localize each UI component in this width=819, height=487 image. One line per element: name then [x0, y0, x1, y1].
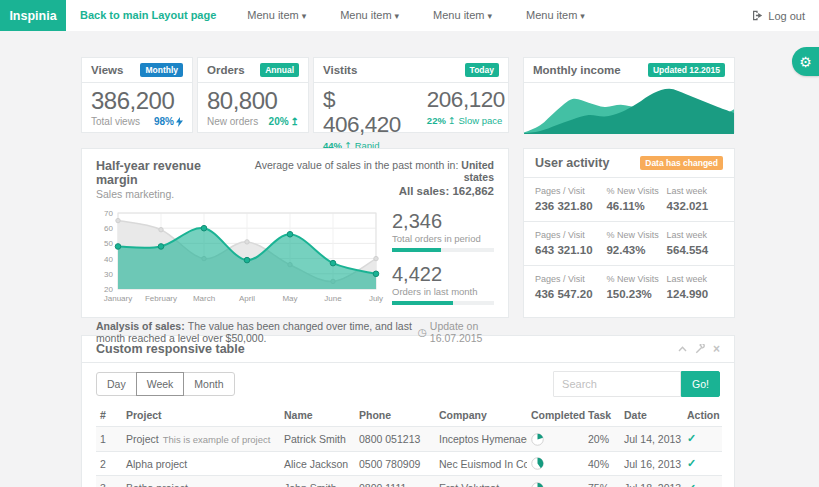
- activity-cell: % New Visits92.43%: [606, 230, 666, 256]
- filter-week-button[interactable]: Week: [136, 372, 185, 396]
- svg-text:50: 50: [104, 239, 113, 248]
- svg-text:70: 70: [104, 209, 113, 218]
- chevron-down-icon: ▾: [302, 11, 307, 21]
- menu-item-label: Menu item: [433, 9, 484, 21]
- completed-pie-icon: [531, 457, 544, 470]
- cell-phone: 0800 1111: [355, 476, 435, 487]
- search-input[interactable]: [553, 371, 681, 397]
- project-note: This is example of project: [163, 434, 271, 445]
- column-header: Company: [435, 405, 527, 427]
- go-button[interactable]: Go!: [681, 371, 720, 397]
- table-row: 1ProjectThis is example of projectPatric…: [96, 427, 722, 452]
- close-icon[interactable]: ×: [713, 343, 720, 355]
- activity-cell: Last week124.990: [667, 274, 723, 300]
- activity-cell: Last week432.021: [667, 186, 723, 212]
- chevron-down-icon: ▾: [395, 11, 400, 21]
- svg-text:July: July: [369, 294, 383, 303]
- custom-table-panel: Custom responsive table × DayWeekMonth G…: [81, 335, 735, 487]
- average-sales-line: Average value of sales in the past month…: [237, 159, 494, 183]
- dashboard-screen: Inspinia Back to main Layout page Menu i…: [0, 0, 819, 487]
- project-name: Betha project: [126, 482, 188, 487]
- clock-icon: ◷: [418, 326, 427, 338]
- revenue-title: Half-year revenue margin: [96, 159, 237, 187]
- cell-name: John Smith: [280, 476, 355, 487]
- cell-completed: [527, 476, 584, 487]
- activity-cell: Pages / Visit436 547.20: [535, 274, 606, 300]
- today-badge: Today: [465, 63, 499, 77]
- activity-cell-label: Pages / Visit: [535, 230, 606, 240]
- page-content: Views Monthly 386,200 Total views 98%: [81, 57, 735, 487]
- orders-period-progress: [392, 248, 494, 252]
- projects-table: #ProjectNamePhoneCompanyCompletedTaskDat…: [96, 405, 722, 487]
- collapse-icon[interactable]: [678, 346, 687, 352]
- activity-cell-label: Last week: [667, 274, 723, 284]
- orders-label: New orders: [207, 116, 258, 127]
- activity-cell: Pages / Visit236 321.80: [535, 186, 606, 212]
- table-row: 3Betha projectJohn Smith0800 1111Erat Vo…: [96, 476, 722, 487]
- logout-label: Log out: [768, 10, 805, 22]
- back-to-layout-link[interactable]: Back to main Layout page: [66, 0, 230, 31]
- activity-row: Pages / Visit236 321.80% New Visits46.11…: [524, 178, 734, 222]
- views-trend: 98%: [154, 116, 183, 127]
- menu-item[interactable]: Menu item▾: [323, 0, 416, 31]
- cell-task: 40%: [584, 451, 620, 476]
- check-icon[interactable]: ✓: [687, 432, 696, 444]
- menu-item[interactable]: Menu item▾: [230, 0, 323, 31]
- activity-cell-label: % New Visits: [606, 186, 666, 196]
- svg-text:April: April: [239, 294, 255, 303]
- orders-month-progress-bar: [392, 301, 453, 305]
- chevron-down-icon: ▾: [487, 11, 492, 21]
- level-up-icon: ↥: [291, 116, 299, 127]
- logout-button[interactable]: Log out: [738, 0, 819, 31]
- cell-completed: [527, 427, 584, 452]
- check-icon[interactable]: ✓: [687, 457, 696, 469]
- bolt-icon: [176, 117, 183, 127]
- cell-num: 2: [96, 451, 122, 476]
- project-name: Alpha project: [126, 458, 187, 470]
- update-info: ◷ Update on 16.07.2015: [418, 320, 494, 344]
- orders-card: Orders Annual 80,800 New orders 20% ↥: [197, 57, 309, 133]
- brand-logo[interactable]: Inspinia: [0, 0, 66, 31]
- income-chart: [524, 83, 734, 134]
- activity-cell: % New Visits46.11%: [606, 186, 666, 212]
- filter-day-button[interactable]: Day: [96, 372, 137, 396]
- table-panel-title: Custom responsive table: [96, 342, 245, 356]
- user-activity-rows: Pages / Visit236 321.80% New Visits46.11…: [524, 178, 734, 309]
- menu-item[interactable]: Menu item▾: [416, 0, 509, 31]
- svg-text:40: 40: [104, 255, 113, 264]
- activity-cell-value: 150.23%: [606, 288, 666, 300]
- svg-text:60: 60: [104, 224, 113, 233]
- filter-month-button[interactable]: Month: [183, 372, 234, 396]
- theme-settings-button[interactable]: ⚙: [792, 47, 819, 76]
- activity-cell-value: 46.11%: [606, 200, 666, 212]
- activity-cell-value: 564.554: [667, 244, 723, 256]
- column-header: #: [96, 405, 122, 427]
- svg-text:20: 20: [104, 285, 113, 294]
- activity-row: Pages / Visit436 547.20% New Visits150.2…: [524, 266, 734, 309]
- filter-group: DayWeekMonth: [96, 372, 235, 396]
- monthly-income-card: Monthly income Updated 12.2015: [523, 57, 735, 133]
- user-activity-panel: User activity Data has changed Pages / V…: [523, 148, 735, 318]
- column-header: Name: [280, 405, 355, 427]
- wrench-icon[interactable]: [695, 344, 705, 354]
- navbar-menu: Menu item▾Menu item▾Menu item▾Menu item▾: [230, 0, 602, 31]
- svg-text:March: March: [193, 294, 215, 303]
- visits-trend-2-label: Slow pace: [458, 115, 502, 126]
- menu-item[interactable]: Menu item▾: [509, 0, 602, 31]
- orders-period-progress-bar: [392, 248, 441, 252]
- activity-cell-value: 92.43%: [606, 244, 666, 256]
- activity-cell-value: 236 321.80: [535, 200, 606, 212]
- activity-cell-value: 643 321.10: [535, 244, 606, 256]
- cell-action: ✓: [683, 427, 722, 452]
- cell-date: Jul 14, 2013: [620, 427, 683, 452]
- revenue-subtitle: Sales marketing.: [96, 188, 237, 200]
- cell-date: Jul 18, 2013: [620, 476, 683, 487]
- sign-out-icon: [752, 10, 763, 21]
- visits-value-2: 206,120: [427, 88, 505, 113]
- cell-date: Jul 16, 2013: [620, 451, 683, 476]
- check-icon[interactable]: ✓: [687, 482, 696, 487]
- cell-project: Alpha project: [122, 451, 280, 476]
- svg-text:February: February: [145, 294, 177, 303]
- activity-cell-label: Pages / Visit: [535, 186, 606, 196]
- activity-cell: Last week564.554: [667, 230, 723, 256]
